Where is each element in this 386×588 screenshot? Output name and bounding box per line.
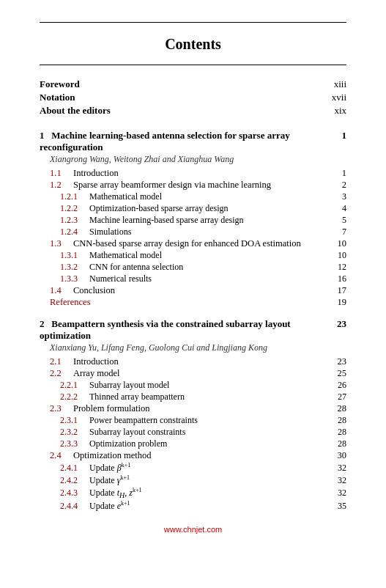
section-2-2-left: 2.2 Array model [50, 368, 333, 379]
subsection-1-2-1: 1.2.1 Mathematical model 3 [40, 191, 346, 202]
subsection-2-3-3-left: 2.3.3 Optimization problem [60, 438, 333, 449]
section-2-4-left: 2.4 Optimization method [50, 450, 333, 461]
notation-label: Notation [40, 92, 75, 103]
section-2-4-title: Optimization method [73, 450, 152, 461]
chapter-1-header: 1 Machine learning-based antenna selecti… [40, 130, 346, 153]
section-1-3-page: 10 [338, 238, 347, 249]
subsection-2-4-4-title: Update ek+1 [89, 500, 130, 512]
subsection-2-4-4: 2.4.4 Update ek+1 35 [40, 500, 346, 512]
chapter-2-authors: Xianxiang Yu, Lifang Feng, Guolong Cui a… [50, 342, 346, 353]
subsection-1-3-2-left: 1.3.2 CNN for antenna selection [60, 262, 333, 273]
subsection-2-4-4-num: 2.4.4 [60, 501, 89, 512]
chapter-1-title-left: 1 Machine learning-based antenna selecti… [40, 130, 342, 153]
title-area: Contents [40, 23, 346, 65]
subsection-2-2-1-num: 2.2.1 [60, 380, 89, 391]
subsection-1-2-3-title: Machine learning-based sparse array desi… [89, 215, 244, 226]
subsection-1-2-2-page: 4 [342, 203, 346, 214]
subsection-2-2-2: 2.2.2 Thinned array beampattern 27 [40, 392, 346, 403]
subsection-2-3-3-page: 28 [338, 438, 346, 449]
subsection-2-4-1-num: 2.4.1 [60, 463, 89, 474]
subsection-1-2-1-num: 1.2.1 [60, 191, 89, 202]
subsection-2-4-3: 2.4.3 Update tH, zk+1 32 [40, 487, 346, 499]
subsection-2-3-1-title: Power beampattern constraints [89, 415, 198, 426]
section-1-1-title: Introduction [73, 168, 119, 179]
section-2-2-title: Array model [73, 368, 120, 379]
subsection-1-3-3-num: 1.3.3 [60, 273, 89, 284]
section-2-2-page: 25 [338, 368, 347, 379]
section-1-4-left: 1.4 Conclusion [50, 285, 333, 296]
subsection-2-3-1-page: 28 [338, 415, 346, 426]
subsection-2-4-2-title: Update γk+1 [89, 474, 130, 486]
subsection-1-2-4: 1.2.4 Simulations 7 [40, 227, 346, 238]
subsection-2-3-2-title: Subarray layout constraints [89, 427, 185, 438]
subsection-1-3-3-page: 16 [338, 273, 346, 284]
section-1-4: 1.4 Conclusion 17 [40, 285, 346, 296]
section-1-2: 1.2 Sparse array beamformer design via m… [40, 180, 346, 191]
subsection-1-2-3-num: 1.2.3 [60, 215, 89, 226]
chapter-1-references: References 19 [40, 297, 346, 308]
section-1-3-num: 1.3 [50, 238, 73, 249]
subsection-1-2-2: 1.2.2 Optimization-based sparse array de… [40, 203, 346, 214]
section-1-2-left: 1.2 Sparse array beamformer design via m… [50, 180, 338, 191]
section-1-4-num: 1.4 [50, 285, 73, 296]
chapter-2-page: 23 [337, 318, 346, 330]
subsection-2-2-2-title: Thinned array beampattern [89, 392, 185, 403]
chapter-2-header: 2 Beampattern synthesis via the constrai… [40, 318, 346, 342]
subsection-1-3-2: 1.3.2 CNN for antenna selection 12 [40, 262, 346, 273]
subsection-1-3-2-num: 1.3.2 [60, 262, 89, 273]
section-2-4-num: 2.4 [50, 450, 73, 461]
subsection-2-4-2-page: 32 [338, 475, 346, 486]
subsection-2-3-2-left: 2.3.2 Subarray layout constraints [60, 427, 333, 438]
chapter-1-num: 1 [40, 130, 49, 141]
subsection-2-4-3-title: Update tH, zk+1 [89, 487, 141, 499]
chapter-1-page: 1 [342, 130, 347, 142]
section-2-1-title: Introduction [73, 356, 119, 367]
subsection-1-3-1-page: 10 [338, 250, 346, 261]
subsection-2-2-2-num: 2.2.2 [60, 392, 89, 403]
subsection-1-3-2-page: 12 [338, 262, 346, 273]
subsection-2-3-1-num: 2.3.1 [60, 415, 89, 426]
subsection-2-3-3-title: Optimization problem [89, 438, 167, 449]
section-2-3-num: 2.3 [50, 403, 73, 414]
subsection-2-3-2-num: 2.3.2 [60, 427, 89, 438]
subsection-1-3-3: 1.3.3 Numerical results 16 [40, 273, 346, 284]
section-2-3-title: Problem formulation [73, 403, 150, 414]
section-1-2-num: 1.2 [50, 180, 73, 191]
subsection-1-3-2-title: CNN for antenna selection [89, 262, 183, 273]
chapter-1: 1 Machine learning-based antenna selecti… [40, 130, 346, 308]
chapter-2-title-left: 2 Beampattern synthesis via the constrai… [40, 318, 337, 342]
website-url: www.chnjet.com [40, 525, 346, 534]
section-1-2-page: 2 [342, 180, 346, 191]
editors-label: About the editors [40, 105, 111, 117]
subsection-2-2-1-page: 26 [338, 380, 346, 391]
page: Contents Foreword xiii Notation xvii Abo… [0, 0, 386, 588]
chapter-2-title: Beampattern synthesis via the constraine… [40, 318, 291, 341]
subsection-1-2-1-title: Mathematical model [89, 191, 162, 202]
section-1-1-left: 1.1 Introduction [50, 168, 338, 179]
subsection-2-4-3-left: 2.4.3 Update tH, zk+1 [60, 487, 333, 499]
frontmatter-editors: About the editors xix [40, 105, 346, 117]
subsection-1-2-4-num: 1.2.4 [60, 227, 89, 238]
section-2-3-left: 2.3 Problem formulation [50, 403, 333, 414]
subsection-2-4-4-left: 2.4.4 Update ek+1 [60, 500, 333, 512]
section-1-4-page: 17 [338, 285, 347, 296]
section-1-3-title: CNN-based sparse array design for enhanc… [73, 238, 301, 249]
chapter-1-ref-label: References [50, 297, 91, 308]
frontmatter-foreword: Foreword xiii [40, 78, 346, 90]
section-2-1-left: 2.1 Introduction [50, 356, 333, 367]
title-bottom-rule [40, 65, 346, 65]
subsection-1-2-2-num: 1.2.2 [60, 203, 89, 214]
subsection-2-4-1-page: 32 [338, 463, 346, 474]
subsection-2-4-1-title: Update βk+1 [89, 462, 130, 474]
subsection-2-3-1-left: 2.3.1 Power beampattern constraints [60, 415, 333, 426]
subsection-2-4-2: 2.4.2 Update γk+1 32 [40, 474, 346, 486]
chapter-2: 2 Beampattern synthesis via the constrai… [40, 318, 346, 512]
subsection-1-3-3-title: Numerical results [89, 273, 152, 284]
subsection-1-3-1: 1.3.1 Mathematical model 10 [40, 250, 346, 261]
subsection-2-2-2-left: 2.2.2 Thinned array beampattern [60, 392, 333, 403]
foreword-page: xiii [334, 78, 346, 90]
chapter-2-num: 2 [40, 318, 49, 329]
section-1-1: 1.1 Introduction 1 [40, 168, 346, 179]
subsection-2-4-1: 2.4.1 Update βk+1 32 [40, 462, 346, 474]
subsection-1-3-1-title: Mathematical model [89, 250, 162, 261]
